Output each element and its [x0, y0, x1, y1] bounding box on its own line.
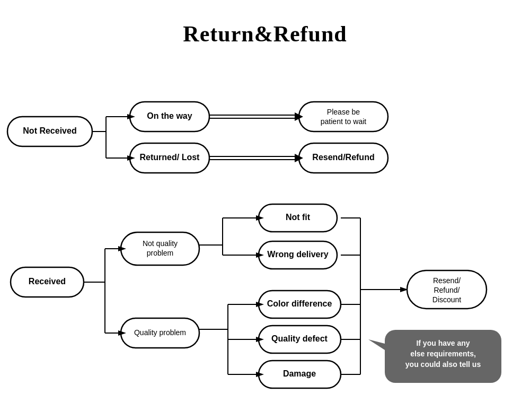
quality-defect-label: Quality defect	[271, 334, 328, 343]
not-fit-label: Not fit	[286, 213, 311, 222]
on-the-way-label: On the way	[147, 111, 192, 120]
svg-marker-60	[368, 339, 385, 350]
resend-refund-label: Resend/Refund	[312, 153, 374, 162]
not-received-label: Not Received	[23, 126, 76, 135]
quality-problem-label: Quality problem	[134, 328, 186, 337]
wrong-delivery-label: Wrong delivery	[267, 250, 328, 259]
not-quality-line1: Not quality	[143, 239, 178, 248]
rrd-line2: Refund/	[434, 286, 460, 294]
damage-label: Damage	[283, 369, 316, 378]
bubble-line3: you could also tell us	[405, 360, 481, 369]
received-label: Received	[29, 277, 66, 286]
please-wait-line1: Please be	[327, 108, 360, 116]
bubble-line2: else requirements,	[410, 349, 476, 358]
bubble-line1: If you have any	[416, 339, 470, 347]
please-wait-line2: patient to wait	[321, 117, 366, 126]
color-diff-label: Color difference	[267, 299, 332, 308]
not-quality-line2: problem	[147, 249, 174, 257]
rrd-line1: Resend/	[433, 276, 461, 285]
returned-lost-label: Returned/ Lost	[140, 153, 200, 162]
rrd-line3: Discount	[432, 295, 462, 304]
